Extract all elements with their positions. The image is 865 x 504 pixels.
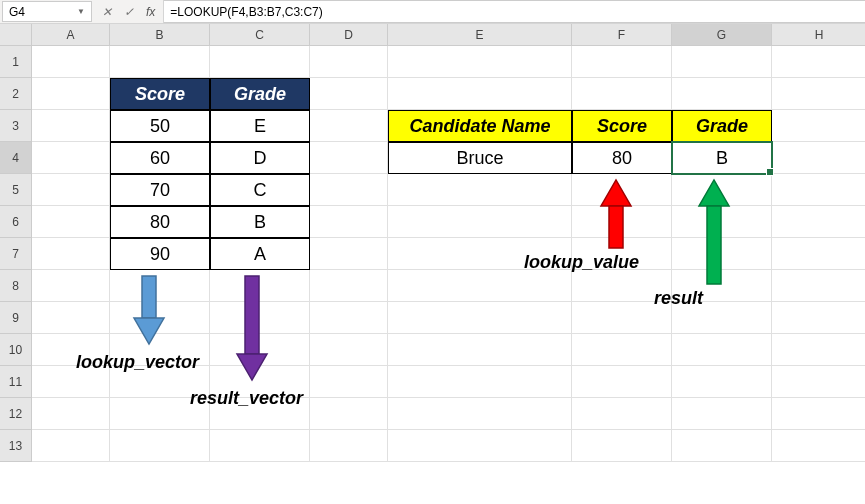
cell-H6[interactable] xyxy=(772,206,865,238)
cell-A7[interactable] xyxy=(32,238,110,270)
cell-E11[interactable] xyxy=(388,366,572,398)
col-header-F[interactable]: F xyxy=(572,24,672,46)
fx-icon[interactable]: fx xyxy=(146,5,155,19)
cell-H1[interactable] xyxy=(772,46,865,78)
enter-icon[interactable]: ✓ xyxy=(124,5,134,19)
cell-B7[interactable]: 90 xyxy=(110,238,210,270)
cell-H7[interactable] xyxy=(772,238,865,270)
cell-A10[interactable] xyxy=(32,334,110,366)
cell-H10[interactable] xyxy=(772,334,865,366)
row-header-10[interactable]: 10 xyxy=(0,334,32,366)
cell-A1[interactable] xyxy=(32,46,110,78)
cell-F13[interactable] xyxy=(572,430,672,462)
cell-H13[interactable] xyxy=(772,430,865,462)
cell-E1[interactable] xyxy=(388,46,572,78)
cell-D1[interactable] xyxy=(310,46,388,78)
cell-C6[interactable]: B xyxy=(210,206,310,238)
cell-B5[interactable]: 70 xyxy=(110,174,210,206)
cell-F1[interactable] xyxy=(572,46,672,78)
cell-F12[interactable] xyxy=(572,398,672,430)
cell-D8[interactable] xyxy=(310,270,388,302)
row-header-8[interactable]: 8 xyxy=(0,270,32,302)
cell-E6[interactable] xyxy=(388,206,572,238)
cell-E9[interactable] xyxy=(388,302,572,334)
select-all-corner[interactable] xyxy=(0,24,32,46)
cell-C7[interactable]: A xyxy=(210,238,310,270)
cell-F6[interactable] xyxy=(572,206,672,238)
cancel-icon[interactable]: ✕ xyxy=(102,5,112,19)
cell-C1[interactable] xyxy=(210,46,310,78)
cell-E3[interactable]: Candidate Name xyxy=(388,110,572,142)
cell-C12[interactable] xyxy=(210,398,310,430)
cell-B4[interactable]: 60 xyxy=(110,142,210,174)
cell-G11[interactable] xyxy=(672,366,772,398)
cell-B10[interactable] xyxy=(110,334,210,366)
col-header-H[interactable]: H xyxy=(772,24,865,46)
cell-D3[interactable] xyxy=(310,110,388,142)
row-header-12[interactable]: 12 xyxy=(0,398,32,430)
cell-F9[interactable] xyxy=(572,302,672,334)
col-header-B[interactable]: B xyxy=(110,24,210,46)
cell-E5[interactable] xyxy=(388,174,572,206)
cell-G9[interactable] xyxy=(672,302,772,334)
row-header-1[interactable]: 1 xyxy=(0,46,32,78)
cell-G8[interactable] xyxy=(672,270,772,302)
row-header-7[interactable]: 7 xyxy=(0,238,32,270)
cell-A6[interactable] xyxy=(32,206,110,238)
cell-A8[interactable] xyxy=(32,270,110,302)
cell-G2[interactable] xyxy=(672,78,772,110)
cell-F3[interactable]: Score xyxy=(572,110,672,142)
spreadsheet-grid[interactable]: A B C D E F G H 1 2 Score Grade xyxy=(0,24,865,462)
cell-G10[interactable] xyxy=(672,334,772,366)
cell-D2[interactable] xyxy=(310,78,388,110)
col-header-D[interactable]: D xyxy=(310,24,388,46)
cell-A5[interactable] xyxy=(32,174,110,206)
cell-A4[interactable] xyxy=(32,142,110,174)
cell-G13[interactable] xyxy=(672,430,772,462)
cell-C2[interactable]: Grade xyxy=(210,78,310,110)
name-box-dropdown-icon[interactable]: ▼ xyxy=(77,7,85,16)
cell-C8[interactable] xyxy=(210,270,310,302)
cell-G12[interactable] xyxy=(672,398,772,430)
cell-C3[interactable]: E xyxy=(210,110,310,142)
row-header-3[interactable]: 3 xyxy=(0,110,32,142)
row-header-4[interactable]: 4 xyxy=(0,142,32,174)
cell-E12[interactable] xyxy=(388,398,572,430)
cell-E8[interactable] xyxy=(388,270,572,302)
cell-G1[interactable] xyxy=(672,46,772,78)
cell-F11[interactable] xyxy=(572,366,672,398)
cell-C9[interactable] xyxy=(210,302,310,334)
cell-D12[interactable] xyxy=(310,398,388,430)
cell-C5[interactable]: C xyxy=(210,174,310,206)
cell-H3[interactable] xyxy=(772,110,865,142)
cell-B3[interactable]: 50 xyxy=(110,110,210,142)
cell-A11[interactable] xyxy=(32,366,110,398)
row-header-11[interactable]: 11 xyxy=(0,366,32,398)
cell-F4[interactable]: 80 xyxy=(572,142,672,174)
row-header-9[interactable]: 9 xyxy=(0,302,32,334)
formula-input[interactable]: =LOOKUP(F4,B3:B7,C3:C7) xyxy=(164,0,865,23)
cell-H11[interactable] xyxy=(772,366,865,398)
cell-B8[interactable] xyxy=(110,270,210,302)
cell-C13[interactable] xyxy=(210,430,310,462)
cell-E2[interactable] xyxy=(388,78,572,110)
cell-G5[interactable] xyxy=(672,174,772,206)
col-header-C[interactable]: C xyxy=(210,24,310,46)
col-header-G[interactable]: G xyxy=(672,24,772,46)
cell-F7[interactable] xyxy=(572,238,672,270)
cell-B9[interactable] xyxy=(110,302,210,334)
cell-A3[interactable] xyxy=(32,110,110,142)
cell-C11[interactable] xyxy=(210,366,310,398)
col-header-E[interactable]: E xyxy=(388,24,572,46)
cell-B11[interactable] xyxy=(110,366,210,398)
cell-B2[interactable]: Score xyxy=(110,78,210,110)
cell-H8[interactable] xyxy=(772,270,865,302)
row-header-2[interactable]: 2 xyxy=(0,78,32,110)
cell-D4[interactable] xyxy=(310,142,388,174)
cell-D9[interactable] xyxy=(310,302,388,334)
cell-C10[interactable] xyxy=(210,334,310,366)
cell-E7[interactable] xyxy=(388,238,572,270)
cell-D10[interactable] xyxy=(310,334,388,366)
cell-F8[interactable] xyxy=(572,270,672,302)
cell-H12[interactable] xyxy=(772,398,865,430)
